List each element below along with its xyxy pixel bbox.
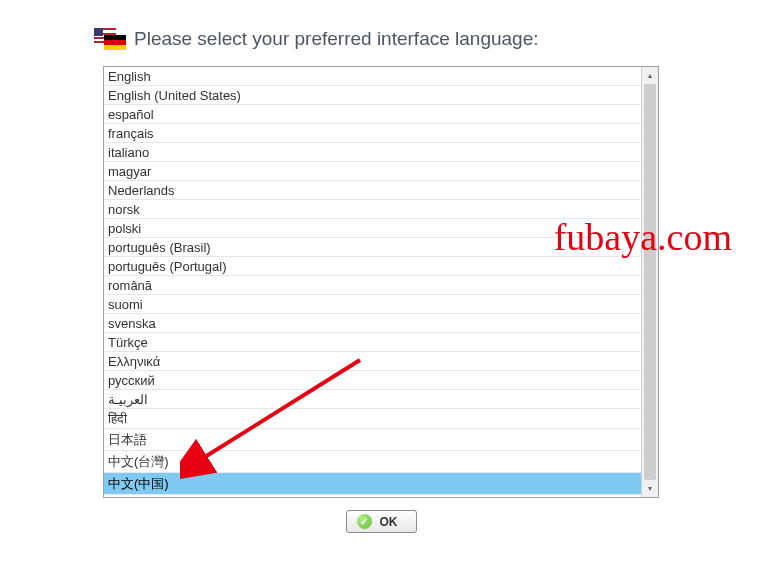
list-item[interactable]: 中文(中国) [104, 473, 641, 495]
ok-button[interactable]: ✓ OK [346, 510, 417, 533]
list-item[interactable]: română [104, 276, 641, 295]
button-row: ✓ OK [0, 498, 762, 545]
language-listbox[interactable]: EnglishEnglish (United States)españolfra… [103, 66, 659, 498]
list-item[interactable]: polski [104, 219, 641, 238]
list-item[interactable]: español [104, 105, 641, 124]
dialog-title: Please select your preferred interface l… [134, 28, 539, 50]
list-item[interactable]: русский [104, 371, 641, 390]
list-item[interactable]: 中文(台灣) [104, 451, 641, 473]
ok-button-label: OK [380, 515, 398, 529]
list-item[interactable]: Nederlands [104, 181, 641, 200]
scroll-thumb[interactable] [644, 84, 656, 480]
list-item[interactable]: Türkçe [104, 333, 641, 352]
list-item[interactable]: suomi [104, 295, 641, 314]
scrollbar[interactable]: ▴ ▾ [641, 67, 658, 497]
list-item[interactable]: português (Portugal) [104, 257, 641, 276]
flags-icon [94, 28, 124, 50]
list-item[interactable]: svenska [104, 314, 641, 333]
list-item[interactable]: हिंदी [104, 409, 641, 429]
list-item[interactable]: 日本語 [104, 429, 641, 451]
list-item[interactable]: English [104, 67, 641, 86]
list-item[interactable]: norsk [104, 200, 641, 219]
list-item[interactable]: Ελληνικά [104, 352, 641, 371]
list-item[interactable]: français [104, 124, 641, 143]
dialog-header: Please select your preferred interface l… [0, 0, 762, 66]
list-item[interactable]: English (United States) [104, 86, 641, 105]
list-item[interactable]: 한국어 [104, 495, 641, 497]
list-item[interactable]: italiano [104, 143, 641, 162]
scroll-up-button[interactable]: ▴ [642, 67, 658, 84]
scroll-down-button[interactable]: ▾ [642, 480, 658, 497]
list-item[interactable]: العربيـة [104, 390, 641, 409]
list-item[interactable]: magyar [104, 162, 641, 181]
list-item[interactable]: português (Brasil) [104, 238, 641, 257]
check-icon: ✓ [357, 514, 372, 529]
